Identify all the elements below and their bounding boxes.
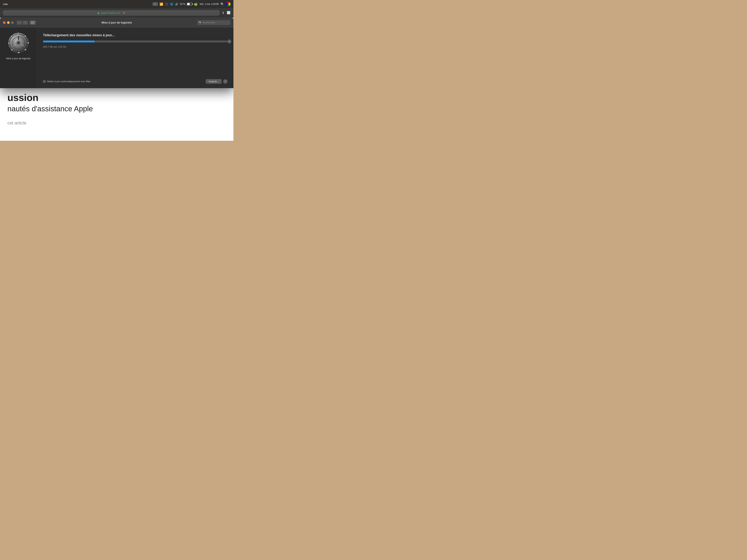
back-button[interactable]: ‹ <box>17 21 22 25</box>
grid-icon <box>31 21 34 24</box>
fruit-icon: 🍏 <box>194 2 198 6</box>
datetime: Ven. 1 nov. à 20:09 <box>200 3 218 5</box>
svg-rect-0 <box>98 13 99 14</box>
sidebar-label: Mise à jour de logiciels <box>6 57 31 60</box>
auto-update-checkbox[interactable]: Mettre à jour automatiquement mon Mac <box>43 80 91 83</box>
download-title: Téléchargement des nouvelles mises à jou… <box>43 33 228 37</box>
browser-actions: ⬆ ⬜ <box>222 11 230 15</box>
progress-size: 335,7 Mo sur 1,55 Go <box>43 45 228 48</box>
close-button[interactable] <box>3 21 5 24</box>
all-prefs-button[interactable] <box>29 21 36 25</box>
search-icon: 🔍 <box>199 21 202 24</box>
wifi-icon: 📶 <box>159 2 163 6</box>
cancel-icon: ✕ <box>228 40 230 43</box>
checkbox[interactable] <box>43 80 46 83</box>
battery-percent: 52 % <box>180 3 185 5</box>
webpage-title: ussion <box>7 92 233 103</box>
webpage-link[interactable]: cet article <box>7 121 233 126</box>
progress-container: ✕ <box>43 41 228 43</box>
traffic-lights <box>3 21 14 24</box>
menubar: Aide WD 📶 ⬛ 🌐 🔊 52 % 🍏 Ven. 1 nov. à 20:… <box>0 0 233 8</box>
help-icon: ? <box>225 80 226 83</box>
wd-icon: WD <box>153 3 158 5</box>
panel-body: Mise à jour de logiciels Téléchargement … <box>0 27 233 88</box>
menubar-right: WD 📶 ⬛ 🌐 🔊 52 % 🍏 Ven. 1 nov. à 20:09 🔍 <box>153 2 230 6</box>
tab-icon[interactable]: ⬜ <box>227 11 230 15</box>
fullscreen-button <box>11 21 14 24</box>
nav-buttons: ‹ › <box>17 21 36 25</box>
battery-fill <box>187 3 189 5</box>
help-button[interactable]: ? <box>223 79 228 84</box>
cancel-download-button[interactable]: ✕ <box>228 39 231 43</box>
advanced-button[interactable]: Avancé... <box>206 79 222 84</box>
search-box[interactable]: 🔍 Rechercher <box>197 20 230 25</box>
progress-bar-background <box>43 41 228 43</box>
airplay-icon: ⬛ <box>165 3 168 5</box>
wifi-icon-2: 🌐 <box>170 3 173 5</box>
chevron-left-icon: ‹ <box>19 21 20 24</box>
gear-svg <box>7 32 30 54</box>
reload-button[interactable]: ↻ <box>123 11 125 15</box>
panel-sidebar: Mise à jour de logiciels <box>0 27 37 88</box>
battery-icon <box>187 3 192 5</box>
webpage-subtitle: nautés d'assistance Apple <box>7 105 233 113</box>
panel-title: Mise à jour de logiciels <box>102 21 132 24</box>
user-avatar[interactable] <box>226 2 230 6</box>
gear-icon <box>7 32 30 54</box>
browser-chrome: support.apple.com ↻ ⬆ ⬜ <box>0 8 233 18</box>
svg-point-13 <box>17 42 20 45</box>
minimize-button[interactable] <box>7 21 10 24</box>
share-icon[interactable]: ⬆ <box>222 11 225 15</box>
menubar-left: Aide <box>3 3 8 5</box>
panel-main: Téléchargement des nouvelles mises à jou… <box>37 27 233 88</box>
search-placeholder: Rechercher <box>203 21 215 24</box>
menu-item-aide[interactable]: Aide <box>3 3 8 5</box>
progress-bar-fill <box>43 41 95 43</box>
auto-update-label: Mettre à jour automatiquement mon Mac <box>47 80 91 83</box>
panel-titlebar: ‹ › Mise à jour de logiciels 🔍 Recherche… <box>0 18 233 27</box>
sysprefs-panel: ‹ › Mise à jour de logiciels 🔍 Recherche… <box>0 18 233 88</box>
search-menubar-icon[interactable]: 🔍 <box>221 2 224 6</box>
url-text: support.apple.com <box>101 11 121 14</box>
forward-button[interactable]: › <box>23 21 28 25</box>
volume-icon: 🔊 <box>175 3 178 5</box>
lock-icon <box>97 12 100 14</box>
address-bar[interactable]: support.apple.com ↻ <box>3 10 220 16</box>
chevron-right-icon: › <box>25 21 26 24</box>
panel-bottom: Mettre à jour automatiquement mon Mac Av… <box>43 79 228 84</box>
